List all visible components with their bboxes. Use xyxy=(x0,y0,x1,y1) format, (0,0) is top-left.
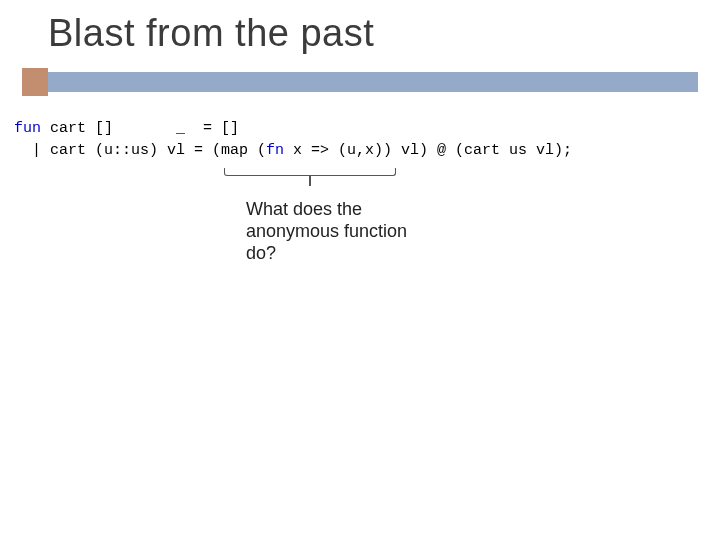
code-line-2b: x => (u,x)) vl) @ (cart us vl); xyxy=(284,142,572,159)
slide-title: Blast from the past xyxy=(48,12,374,55)
bracket-line xyxy=(224,168,396,176)
code-line-1: cart [] _ = [] xyxy=(41,120,239,137)
keyword-fn: fn xyxy=(266,142,284,159)
bracket-stem xyxy=(309,176,311,186)
code-line-2a: | cart (u::us) vl = (map ( xyxy=(14,142,266,159)
title-accent-chip xyxy=(22,68,48,96)
annotation-line-1: What does the xyxy=(246,198,446,220)
annotation-line-3: do? xyxy=(246,242,446,264)
annotation-line-2: anonymous function xyxy=(246,220,446,242)
annotation-text: What does the anonymous function do? xyxy=(246,198,446,264)
callout-bracket xyxy=(224,160,396,188)
code-block: fun cart [] _ = [] | cart (u::us) vl = (… xyxy=(14,118,572,162)
title-underline-bar xyxy=(22,72,698,92)
keyword-fun: fun xyxy=(14,120,41,137)
slide: Blast from the past fun cart [] _ = [] |… xyxy=(0,0,720,540)
